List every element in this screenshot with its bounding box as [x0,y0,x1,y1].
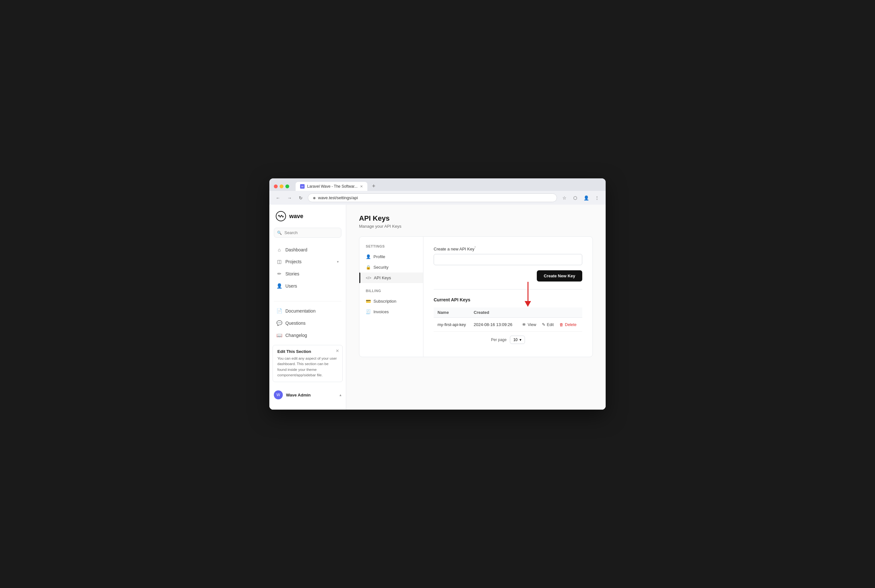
new-tab-button[interactable]: + [369,182,378,191]
extensions-icon[interactable]: ⬡ [571,194,579,202]
page-title: API Keys [359,214,593,223]
sidebar-item-documentation[interactable]: 📄 Documentation [273,305,343,317]
search-icon: 🔍 [277,231,282,235]
main-content: API Keys Manage your API Keys Settings 👤… [346,205,606,410]
page-header: API Keys Manage your API Keys [359,214,593,229]
profile-nav-icon: 👤 [366,254,371,259]
view-key-button[interactable]: 👁 View [520,322,538,328]
sidebar-item-label: Questions [285,321,306,326]
api-keys-table: Name Created my-first-api-key 2024-08-16… [434,308,582,332]
lock-icon: ⏺ [312,196,316,200]
edit-icon: ✎ [542,322,545,327]
settings-nav-subscription[interactable]: 💳 Subscription [359,296,423,306]
subscription-icon: 💳 [366,299,371,304]
sidebar-nav: ⌂ Dashboard ◫ Projects ▾ ✏ Stories 👤 Use… [269,244,346,297]
api-key-created: 2024-08-16 13:09:26 [470,318,516,332]
code-nav-icon: </> [366,276,371,280]
edit-section-box: Edit This Section You can edit any aspec… [273,345,343,382]
sidebar-item-changelog[interactable]: 📖 Changelog [273,330,343,341]
per-page-row: Per page 10 ▾ [434,332,582,348]
changelog-icon: 📖 [276,332,282,338]
settings-section-label: Settings [359,244,423,251]
tabs-bar: W Laravel Wave - The Softwar... ✕ + [296,182,585,191]
settings-nav-label: Invoices [374,309,389,314]
sidebar-item-label: Projects [285,259,302,264]
current-keys-title: Current API Keys [434,297,582,302]
settings-nav-label: Subscription [374,299,396,304]
sidebar-item-users[interactable]: 👤 Users [273,280,343,292]
search-input[interactable] [274,228,341,238]
address-bar[interactable]: ⏺ wave.test/settings/api [308,194,557,202]
sidebar-item-questions[interactable]: 💬 Questions [273,317,343,329]
api-key-name-input[interactable] [434,254,582,265]
card-inner: Settings 👤 Profile 🔒 Security </> API Ke… [359,237,593,357]
stories-icon: ✏ [276,271,282,277]
sidebar-divider [274,301,341,302]
back-button[interactable]: ← [274,194,282,202]
chevron-up-icon: ▴ [339,393,341,397]
tab-close-button[interactable]: ✕ [360,184,363,189]
projects-icon: ◫ [276,259,282,264]
sidebar-item-label: Stories [285,271,299,276]
maximize-button[interactable] [285,184,289,188]
api-keys-panel: Create a new API Key* Create New Key Cur… [423,237,593,357]
per-page-label: Per page [491,338,507,342]
settings-nav-profile[interactable]: 👤 Profile [359,251,423,262]
settings-nav-security[interactable]: 🔒 Security [359,262,423,273]
minimize-button[interactable] [280,184,284,188]
sidebar-item-stories[interactable]: ✏ Stories [273,268,343,280]
settings-nav-api-keys[interactable]: </> API Keys [359,273,423,283]
logo-text: wave [289,213,303,220]
app-body: wave 🔍 ⌂ Dashboard ◫ Projects ▾ ✏ Sto [269,205,606,410]
bookmark-icon[interactable]: ☆ [560,194,569,202]
sidebar-bottom: 📄 Documentation 💬 Questions 📖 Changelog [269,305,346,342]
red-arrow-annotation [525,282,531,307]
active-tab[interactable]: W Laravel Wave - The Softwar... ✕ [296,182,367,191]
menu-icon[interactable]: ⋮ [593,194,601,202]
forward-button[interactable]: → [285,194,294,202]
tab-favicon: W [300,184,305,189]
chevron-down-icon: ▾ [519,338,521,342]
sidebar-item-label: Documentation [285,308,315,314]
refresh-button[interactable]: ↻ [297,194,305,202]
content-card: Settings 👤 Profile 🔒 Security </> API Ke… [359,236,593,357]
edit-section-title: Edit This Section [278,349,338,354]
url-text: wave.test/settings/api [318,195,358,200]
close-button[interactable] [274,184,278,188]
sidebar-item-label: Dashboard [285,247,308,252]
questions-icon: 💬 [276,320,282,326]
browser-titlebar: W Laravel Wave - The Softwar... ✕ + [269,178,606,191]
browser-toolbar: ← → ↻ ⏺ wave.test/settings/api ☆ ⬡ 👤 ⋮ [269,191,606,205]
edit-key-button[interactable]: ✎ Edit [540,321,556,328]
table-header-actions [516,308,582,318]
home-icon: ⌂ [276,247,282,252]
tab-title: Laravel Wave - The Softwar... [307,184,357,189]
sidebar-item-projects[interactable]: ◫ Projects ▾ [273,256,343,267]
table-row-actions: 👁 View ✎ Edit [520,321,578,328]
chevron-down-icon: ▾ [337,260,339,264]
sidebar-item-dashboard[interactable]: ⌂ Dashboard [273,244,343,255]
table-header-name: Name [434,308,470,318]
create-new-key-button[interactable]: Create New Key [537,270,582,282]
wave-logo-icon [276,211,286,221]
sidebar-logo: wave [269,211,346,228]
profile-icon[interactable]: 👤 [582,194,590,202]
per-page-select[interactable]: 10 ▾ [510,336,525,344]
users-icon: 👤 [276,283,282,289]
invoices-icon: 🧾 [366,309,371,314]
arrow-head [525,301,531,307]
arrow-line [527,282,528,301]
settings-nav-invoices[interactable]: 🧾 Invoices [359,306,423,317]
settings-nav-label: Profile [374,254,385,259]
trash-icon: 🗑 [560,322,564,327]
delete-key-button[interactable]: 🗑 Delete [558,322,578,328]
page-subtitle: Manage your API Keys [359,224,593,229]
billing-section-label: Billing [359,289,423,296]
eye-icon: 👁 [522,322,526,327]
sidebar-user[interactable]: W Wave Admin ▴ [269,387,346,403]
close-icon[interactable]: ✕ [336,348,339,353]
toolbar-actions: ☆ ⬡ 👤 ⋮ [560,194,601,202]
table-header-created: Created [470,308,516,318]
sidebar-search[interactable]: 🔍 [274,228,341,238]
avatar: W [274,390,283,399]
